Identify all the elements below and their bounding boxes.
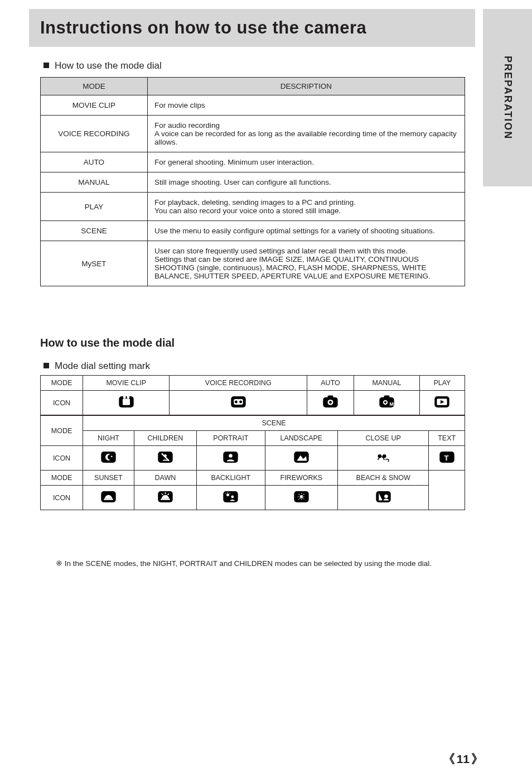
svg-rect-13 [384,395,390,398]
sc2: BACKLIGHT [196,471,265,486]
t2-c: MANUAL [354,376,420,391]
t1-mode: MOVIE CLIP [41,95,148,116]
section-heading-2: Mode dial setting mark [43,361,150,372]
sc: NIGHT [83,431,134,446]
manual-icon: M [354,391,420,415]
landscape-icon [265,446,337,471]
closeup-icon [338,446,429,471]
t1-mode: PLAY [41,193,148,221]
t2-lbl-mode3: MODE [41,471,83,486]
play-icon [419,391,465,415]
t1-desc: For movie clips [148,95,465,116]
auto-icon [307,391,354,415]
svg-point-53 [384,495,388,498]
t1-mode: MANUAL [41,172,148,193]
svg-point-11 [329,401,332,404]
svg-rect-35 [161,498,170,500]
t1-mode: MySET [41,241,148,286]
svg-rect-1 [123,399,130,405]
t2-c: VOICE RECORDING [170,376,307,391]
t1-h-mode: MODE [41,78,148,95]
sc2: FIREWORKS [265,471,337,486]
t2-lbl-mode: MODE [41,376,83,391]
svg-point-7 [239,401,242,404]
mode-dial-table: MODE DESCRIPTION MOVIE CLIPFor movie cli… [40,77,465,286]
subhead: How to use the mode dial [40,337,175,349]
portrait-icon [196,446,265,471]
svg-point-44 [231,496,234,498]
backlight-icon [196,486,265,510]
movie-icon [83,391,170,415]
empty-cell [429,471,465,510]
sc2: BEACH & SNOW [338,471,429,486]
t1-mode: SCENE [41,221,148,241]
scene-span: SCENE [83,416,465,431]
svg-point-3 [127,396,129,399]
section-heading-1: How to use the mode dial [43,60,162,71]
svg-rect-51 [376,491,390,502]
sc: PORTRAIT [196,431,265,446]
t2-lbl-mode2: MODE [41,416,83,446]
t2-c: AUTO [307,376,354,391]
page-title: Instructions on how to use the camera [29,9,475,47]
sunset-icon [83,486,134,510]
t1-desc: Use the menu to easily configure optimal… [148,221,465,241]
heading-text: Mode dial setting mark [55,361,150,371]
t1-mode: AUTO [41,152,148,172]
children-icon [134,446,196,471]
top-mode-table: MODE MOVIE CLIP VOICE RECORDING AUTO MAN… [40,375,465,415]
sc: CLOSE UP [338,431,429,446]
bullet-square [43,63,49,68]
svg-point-2 [123,396,125,399]
svg-text:T: T [444,454,448,462]
t1-desc: Still image shooting. User can configure… [148,172,465,193]
sc2: DAWN [134,471,196,486]
scene-note: ※ In the SCENE modes, the NIGHT, PORTRAI… [56,558,432,569]
t2-lbl-icon2: ICON [41,446,83,471]
t1-desc: User can store frequently used settings … [148,241,465,286]
svg-point-25 [229,454,233,458]
sc: LANDSCAPE [265,431,337,446]
svg-rect-20 [101,452,115,463]
voice-icon [170,391,307,415]
svg-rect-9 [328,395,333,398]
night-icon [83,446,134,471]
sc: TEXT [429,431,465,446]
svg-point-40 [226,493,229,496]
svg-point-29 [383,454,386,458]
t2-lbl-icon3: ICON [41,486,83,510]
svg-point-28 [378,454,381,458]
svg-point-6 [235,401,238,404]
mode-icon-tables: MODE MOVIE CLIP VOICE RECORDING AUTO MAN… [40,375,465,510]
svg-point-15 [384,401,386,404]
page-number-value: 11 [457,752,470,765]
svg-rect-33 [104,498,113,500]
page-number: 《11》 [441,751,485,767]
t2-c: MOVIE CLIP [83,376,170,391]
dawn-icon [134,486,196,510]
t1-desc: For playback, deleting, sending images t… [148,193,465,221]
t1-mode: VOICE RECORDING [41,116,148,152]
fireworks-icon [265,486,337,510]
side-tab: PREPARATION [483,9,532,186]
beach-snow-icon [338,486,429,510]
scene-table: MODE SCENE NIGHT CHILDREN PORTRAIT LANDS… [40,415,465,510]
t1-desc: For general shooting. Minimum user inter… [148,152,465,172]
svg-text:M: M [389,401,394,407]
heading-text: How to use the mode dial [55,60,162,71]
t1-desc: For audio recordingA voice can be record… [148,116,465,152]
sc2: SUNSET [83,471,134,486]
sc: CHILDREN [134,431,196,446]
t2-lbl-icon: ICON [41,391,83,415]
text-icon: T [429,446,465,471]
t1-h-desc: DESCRIPTION [148,78,465,95]
bullet-square [43,363,49,368]
t2-c: PLAY [419,376,465,391]
